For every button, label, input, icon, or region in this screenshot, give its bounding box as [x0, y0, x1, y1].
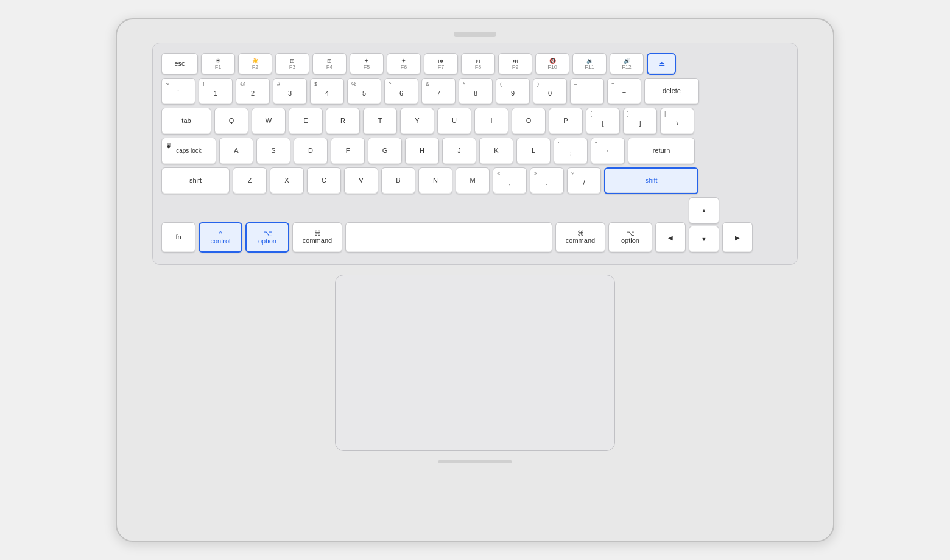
key-i[interactable]: I	[474, 108, 508, 135]
key-period[interactable]: > .	[530, 167, 564, 194]
key-top-label: &	[426, 82, 429, 87]
keyboard-backlight-high-icon: ✦	[401, 58, 406, 64]
key-y[interactable]: Y	[400, 108, 434, 135]
key-quote[interactable]: " '	[591, 138, 625, 164]
key-arrow-down[interactable]: ▼	[689, 226, 719, 253]
key-semicolon[interactable]: : ;	[554, 138, 588, 164]
key-label: 0	[548, 89, 552, 97]
key-label: F7	[438, 64, 445, 70]
key-f2[interactable]: ☀️ F2	[238, 53, 272, 75]
key-s[interactable]: S	[256, 138, 290, 164]
key-1[interactable]: ! 1	[199, 78, 233, 105]
key-a[interactable]: A	[219, 138, 253, 164]
key-return[interactable]: return	[628, 138, 695, 164]
key-f11[interactable]: 🔉 F11	[572, 53, 607, 75]
key-p[interactable]: P	[549, 108, 583, 135]
key-6[interactable]: ^ 6	[384, 78, 418, 105]
key-c[interactable]: C	[307, 167, 341, 194]
key-g[interactable]: G	[368, 138, 402, 164]
capslock-indicator: ●	[167, 143, 171, 147]
option-right-icon: ⌥	[627, 230, 635, 237]
key-left-shift[interactable]: shift	[161, 167, 230, 194]
key-right-shift[interactable]: shift	[604, 167, 698, 194]
key-f3[interactable]: ⊞ F3	[275, 53, 309, 75]
key-m[interactable]: M	[456, 167, 490, 194]
key-z[interactable]: Z	[233, 167, 267, 194]
key-minus[interactable]: – -	[570, 78, 604, 105]
key-command-left[interactable]: ⌘ command	[292, 222, 342, 253]
key-label: F11	[585, 64, 594, 70]
key-top-label: !	[203, 82, 205, 87]
key-arrow-up[interactable]: ▲	[689, 197, 719, 224]
key-u[interactable]: U	[437, 108, 471, 135]
key-h[interactable]: H	[405, 138, 439, 164]
key-f5[interactable]: ✦ F5	[350, 53, 384, 75]
key-5[interactable]: % 5	[347, 78, 381, 105]
key-top-label: #	[277, 82, 280, 87]
key-0[interactable]: ) 0	[533, 78, 567, 105]
bottom-row: fn ^ control ⌥ option ⌘ command ⌘ comman…	[161, 197, 789, 253]
key-4[interactable]: $ 4	[310, 78, 344, 105]
key-f[interactable]: F	[331, 138, 365, 164]
key-option-right[interactable]: ⌥ option	[608, 222, 652, 253]
key-r[interactable]: R	[326, 108, 360, 135]
key-f10[interactable]: 🔇 F10	[535, 53, 569, 75]
arrow-up-icon: ▲	[702, 208, 707, 214]
key-control[interactable]: ^ control	[199, 222, 242, 253]
key-lbracket[interactable]: { [	[586, 108, 620, 135]
fast-forward-icon: ⏭	[513, 58, 518, 64]
key-top-label: $	[314, 82, 317, 87]
key-k[interactable]: K	[479, 138, 513, 164]
key-7[interactable]: & 7	[421, 78, 456, 105]
key-arrow-left[interactable]: ◀	[655, 222, 686, 253]
key-v[interactable]: V	[344, 167, 378, 194]
key-w[interactable]: W	[252, 108, 286, 135]
key-f1[interactable]: ☀ F1	[201, 53, 235, 75]
key-comma[interactable]: < ,	[493, 167, 527, 194]
key-esc[interactable]: esc	[161, 53, 198, 75]
key-top-label: ~	[166, 82, 169, 87]
key-fn[interactable]: fn	[161, 222, 195, 253]
key-slash[interactable]: ? /	[567, 167, 601, 194]
key-f9[interactable]: ⏭ F9	[498, 53, 532, 75]
key-t[interactable]: T	[363, 108, 397, 135]
trackpad[interactable]	[335, 275, 615, 451]
key-8[interactable]: * 8	[459, 78, 493, 105]
key-tab[interactable]: tab	[161, 108, 211, 135]
key-label: F6	[401, 64, 407, 70]
key-n[interactable]: N	[418, 167, 452, 194]
key-l[interactable]: L	[516, 138, 551, 164]
key-rbracket[interactable]: } ]	[623, 108, 657, 135]
key-j[interactable]: J	[442, 138, 476, 164]
key-command-right[interactable]: ⌘ command	[555, 222, 605, 253]
key-label: delete	[663, 87, 681, 95]
key-q[interactable]: Q	[214, 108, 248, 135]
key-option-left[interactable]: ⌥ option	[245, 222, 289, 253]
fn-row: esc ☀ F1 ☀️ F2 ⊞ F3 ⊞ F4 ✦ F5	[161, 53, 789, 75]
key-e[interactable]: E	[289, 108, 323, 135]
key-backtick[interactable]: ~ `	[161, 78, 195, 105]
key-capslock[interactable]: ● caps lock	[161, 138, 216, 164]
key-o[interactable]: O	[512, 108, 546, 135]
mute-icon: 🔇	[549, 58, 556, 64]
key-x[interactable]: X	[270, 167, 304, 194]
key-f8[interactable]: ⏯ F8	[461, 53, 495, 75]
key-backslash[interactable]: | \	[660, 108, 694, 135]
key-space[interactable]	[345, 222, 552, 253]
key-label: F9	[512, 64, 519, 70]
key-f6[interactable]: ✦ F6	[387, 53, 421, 75]
key-f12[interactable]: 🔊 F12	[610, 53, 644, 75]
key-top-label: –	[574, 82, 577, 87]
key-2[interactable]: @ 2	[236, 78, 270, 105]
key-3[interactable]: # 3	[273, 78, 307, 105]
key-9[interactable]: ( 9	[496, 78, 530, 105]
key-power[interactable]: ⏏	[647, 53, 676, 75]
key-f7[interactable]: ⏮ F7	[424, 53, 458, 75]
key-d[interactable]: D	[294, 138, 328, 164]
key-delete[interactable]: delete	[644, 78, 699, 105]
key-equals[interactable]: + =	[607, 78, 641, 105]
key-b[interactable]: B	[381, 167, 415, 194]
key-arrow-right[interactable]: ▶	[722, 222, 753, 253]
arrow-key-group: ◀ ▲ ▼ ▶	[655, 197, 753, 253]
key-f4[interactable]: ⊞ F4	[312, 53, 347, 75]
